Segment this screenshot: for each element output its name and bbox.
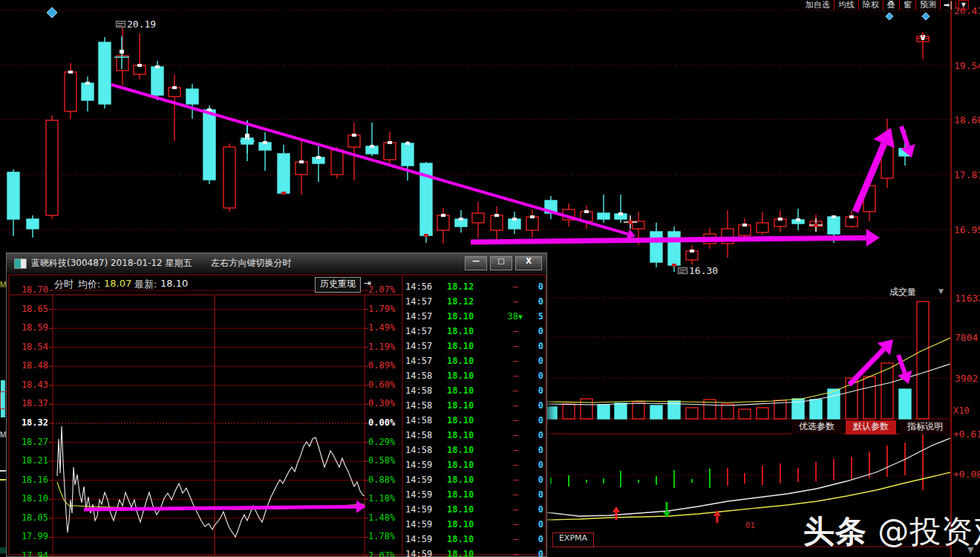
candlestick — [27, 219, 39, 229]
tick-volume: 0 — [520, 296, 543, 307]
minimize-button[interactable]: — — [465, 256, 487, 270]
candle-flag-dot — [299, 160, 304, 163]
param-button-row: 优选参数默认参数指标说明 — [791, 420, 950, 434]
price-axis-label: 17.81 — [954, 169, 980, 180]
candlestick — [223, 147, 235, 208]
tick-time: 14:57 — [405, 356, 432, 366]
tick-change: 38 ▼ — [472, 311, 518, 322]
diamond-marker — [47, 7, 57, 18]
tick-row: 14:5818.10—0 — [398, 414, 546, 429]
avg-price-label: 均价: — [78, 278, 100, 291]
menu-item[interactable]: 预测 — [916, 0, 941, 10]
tick-time: 14:57 — [405, 341, 432, 351]
tick-change: — — [472, 400, 518, 411]
tick-time: 14:59 — [405, 504, 432, 515]
tick-volume: 0 — [520, 475, 543, 485]
tick-time: 14:57 — [405, 296, 432, 307]
tick-price: 18.10 — [447, 341, 474, 351]
popup-price-label: 17.99 — [11, 531, 48, 541]
volume-bar — [899, 389, 911, 419]
candlestick — [598, 213, 610, 219]
window-controls: — □ X — [465, 256, 542, 270]
history-replay-button[interactable]: 历史重现 — [315, 277, 361, 293]
menu-item[interactable]: 窗 — [900, 0, 916, 10]
popup-price-label: 18.54 — [11, 342, 48, 352]
candlestick — [757, 223, 768, 232]
volume-axis-label: 11632 — [955, 293, 980, 304]
watermark-logo: 头条 — [803, 513, 867, 550]
tick-price: 18.10 — [447, 460, 474, 470]
popup-price-label: 18.70 — [11, 284, 48, 295]
tick-change: — — [472, 460, 518, 470]
annotation-arrow — [898, 355, 905, 373]
candle-flag-dot — [85, 82, 90, 85]
left-edge-fragment — [0, 547, 6, 553]
param-button-active[interactable]: 默认参数 — [846, 420, 896, 434]
param-button-normal[interactable]: 优选参数 — [791, 420, 842, 434]
tick-row: 14:5818.10—0 — [398, 443, 546, 458]
param-button-normal[interactable]: 指标说明 — [900, 420, 950, 434]
tick-time: 14:56 — [405, 281, 432, 292]
window-icon — [14, 258, 27, 269]
popup-title-bar[interactable]: 蓝晓科技(300487) 2018-01-12 星期五 左右方向键切换分时 — … — [7, 253, 546, 273]
chart-mode-label[interactable]: 分时 — [54, 278, 74, 291]
tick-row: 14:5718.10—0 — [398, 354, 546, 369]
candle-flag-dot — [424, 234, 428, 237]
tick-row: 14:5918.10—0 — [398, 547, 546, 557]
tick-time: 14:58 — [405, 415, 432, 426]
candle-flag-dot — [263, 141, 267, 144]
candle-flag-dot — [316, 156, 321, 159]
scroll-down-icon[interactable]: ▼ — [967, 545, 973, 555]
candle-flag-dot — [742, 224, 747, 227]
maximize-button[interactable]: □ — [490, 256, 512, 270]
menu-item[interactable]: 除权 — [859, 0, 883, 10]
indicator-axis-label: +0.619 — [953, 429, 980, 440]
cross-marker — [921, 37, 924, 40]
tick-volume: 0 — [520, 430, 543, 440]
chevron-down-icon[interactable]: ▼ — [938, 287, 944, 295]
candlestick — [203, 110, 215, 180]
candlestick — [491, 215, 503, 230]
tag-icon — [116, 21, 125, 27]
tick-time: 14:58 — [405, 445, 432, 455]
tick-change: — — [472, 504, 518, 515]
popup-price-label: 18.10 — [11, 493, 48, 504]
tick-price: 18.10 — [447, 489, 474, 500]
last-price-label: 最新: — [134, 278, 157, 291]
tick-row: 14:5918.10—0 — [398, 518, 546, 532]
tick-price: 18.10 — [447, 415, 474, 426]
menu-item[interactable]: 叠 — [883, 0, 900, 10]
popup-price-label: 18.37 — [11, 398, 48, 408]
candlestick — [99, 42, 111, 104]
menu-item[interactable]: 加自选 — [802, 0, 834, 10]
tick-time: 14:59 — [405, 489, 432, 500]
popup-price-label: 18.48 — [11, 360, 48, 371]
price-axis-label: 19.54 — [954, 60, 980, 71]
candlestick — [739, 225, 751, 235]
tick-price: 18.10 — [447, 504, 474, 515]
tick-volume: 0 — [520, 326, 543, 336]
candlestick — [650, 232, 662, 262]
volume-bar — [739, 409, 751, 419]
tick-change: — — [472, 445, 518, 455]
candlestick — [331, 150, 343, 175]
popup-price-label: 18.59 — [11, 322, 48, 333]
popup-price-label: 18.16 — [11, 475, 48, 485]
candlestick — [828, 217, 840, 234]
volume-pane-title[interactable]: 成交量 — [889, 286, 916, 299]
tab-expma[interactable]: EXPMA — [552, 532, 594, 547]
candle-flag-dot — [137, 64, 142, 67]
tick-row: 14:5918.10—0 — [398, 488, 546, 503]
popup-price-label: 18.32 — [11, 417, 48, 428]
intraday-popup-window[interactable]: 蓝晓科技(300487) 2018-01-12 星期五 左右方向键切换分时 — … — [6, 253, 547, 557]
candlestick — [117, 56, 128, 71]
volume-bar — [828, 389, 840, 419]
candlestick — [348, 135, 360, 147]
menu-item[interactable]: 均线 — [834, 0, 859, 10]
peak-price-label: 20.19 — [127, 19, 156, 30]
volume-bar — [686, 408, 698, 419]
candle-flag-dot — [352, 134, 356, 137]
close-button[interactable]: X — [515, 256, 542, 270]
tick-row: 14:5818.10—0 — [398, 399, 546, 414]
candle-flag-dot — [778, 218, 783, 221]
